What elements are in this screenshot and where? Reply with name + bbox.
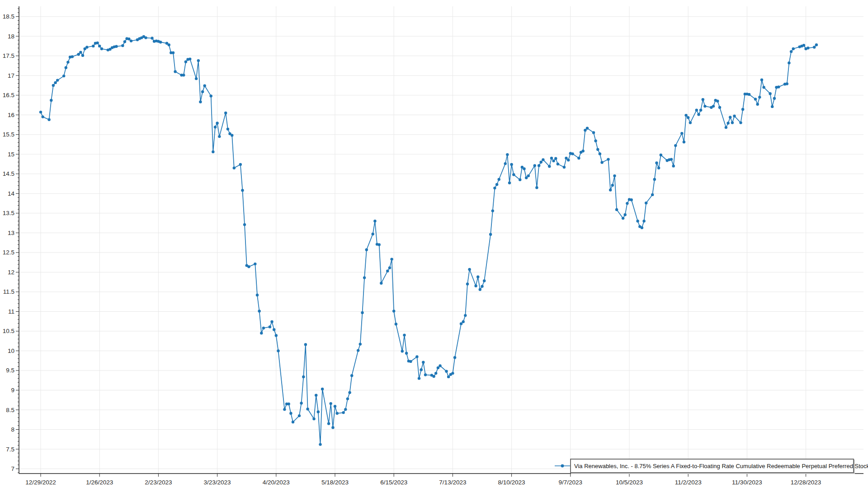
y-tick-label: 10: [8, 347, 14, 354]
data-point: [641, 226, 643, 229]
data-point: [777, 85, 780, 88]
data-point: [321, 388, 324, 390]
x-tick-label: 11/30/2023: [732, 479, 762, 486]
data-point: [115, 45, 118, 48]
y-axis: 18.51817.51716.51615.51514.51413.51312.5…: [3, 9, 19, 473]
data-point: [378, 243, 381, 246]
data-point: [372, 233, 374, 235]
data-point: [624, 213, 627, 216]
y-tick-label: 11: [8, 308, 14, 315]
data-point: [571, 152, 574, 155]
data-point: [699, 109, 702, 112]
data-point: [327, 422, 330, 425]
data-point: [71, 55, 74, 58]
data-point: [100, 47, 103, 50]
data-point: [725, 126, 727, 129]
y-tick-label: 12.5: [3, 249, 14, 256]
data-point: [418, 377, 420, 380]
data-point: [611, 184, 614, 187]
data-point: [741, 108, 744, 111]
axes: [19, 6, 863, 474]
data-point: [642, 220, 645, 222]
data-point: [218, 135, 221, 138]
data-point: [380, 282, 382, 285]
data-point: [712, 105, 715, 108]
data-point: [540, 161, 542, 164]
y-tick-label: 7: [11, 465, 14, 472]
data-point: [655, 161, 658, 164]
data-point: [527, 174, 530, 177]
data-point: [348, 391, 351, 394]
data-point: [453, 356, 456, 359]
data-point: [762, 86, 765, 89]
data-point: [788, 61, 790, 64]
data-point: [771, 105, 774, 108]
data-point: [702, 98, 704, 101]
data-point: [792, 47, 795, 50]
data-point: [224, 112, 227, 114]
data-point: [596, 148, 599, 151]
data-point: [697, 113, 700, 116]
data-point: [302, 375, 305, 378]
data-point: [390, 258, 393, 260]
price-history-chart[interactable]: 18.51817.51716.51615.51514.51413.51312.5…: [0, 0, 868, 488]
data-point: [415, 355, 418, 358]
data-point: [130, 39, 132, 42]
data-point: [674, 144, 677, 147]
data-point: [493, 187, 496, 189]
data-point: [609, 188, 612, 191]
data-point: [739, 121, 742, 124]
data-point: [687, 116, 689, 119]
data-point: [476, 276, 479, 278]
data-points: [39, 35, 818, 446]
data-point: [54, 81, 57, 84]
data-point: [636, 220, 639, 222]
data-point: [243, 223, 246, 226]
data-point: [439, 364, 441, 367]
data-point: [262, 327, 265, 329]
data-point: [726, 122, 729, 124]
x-tick-label: 4/20/2023: [263, 479, 290, 486]
data-point: [504, 162, 507, 165]
data-point: [645, 202, 647, 204]
data-point: [79, 51, 82, 54]
data-point: [96, 42, 99, 44]
data-point: [392, 310, 395, 312]
data-point: [260, 332, 263, 334]
data-point: [289, 412, 292, 415]
data-point: [468, 268, 471, 271]
data-point: [292, 421, 294, 423]
data-point: [432, 375, 435, 378]
y-tick-label: 10.5: [3, 328, 14, 334]
data-point: [760, 79, 763, 81]
y-tick-label: 8.5: [6, 407, 14, 413]
data-point: [729, 116, 731, 118]
data-point: [718, 106, 721, 109]
data-point: [212, 150, 214, 153]
data-point: [306, 408, 309, 410]
data-point: [434, 372, 437, 375]
data-point: [695, 109, 698, 112]
data-point: [277, 349, 279, 352]
data-point: [357, 349, 359, 352]
legend: Via Renewables, Inc. - 8.75% Series A Fi…: [570, 459, 854, 473]
data-point: [462, 320, 464, 323]
data-point: [365, 249, 368, 251]
y-tick-label: 12: [8, 269, 14, 276]
data-point: [359, 343, 362, 345]
price-line: [41, 37, 816, 445]
data-point: [62, 75, 65, 77]
data-point: [298, 414, 301, 417]
data-point: [548, 165, 551, 168]
data-point: [802, 44, 805, 47]
data-point: [756, 103, 759, 106]
y-tick-label: 13.5: [3, 210, 14, 216]
data-point: [447, 375, 450, 378]
data-point: [813, 46, 816, 48]
data-point: [508, 182, 511, 184]
data-point: [479, 288, 481, 291]
data-point: [121, 44, 124, 47]
data-point: [565, 157, 567, 160]
data-point: [769, 92, 771, 95]
data-point: [607, 158, 609, 160]
